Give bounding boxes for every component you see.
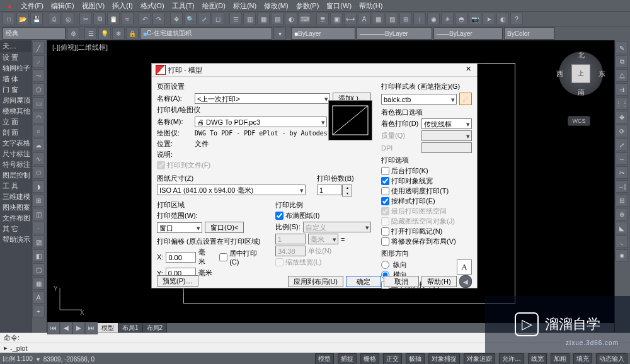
color-select[interactable]: ■ ByLayer xyxy=(291,27,355,40)
plot-option-check-0[interactable] xyxy=(381,167,389,175)
tab-next-icon[interactable]: ▶ xyxy=(72,322,85,334)
arc-icon[interactable]: ◠ xyxy=(32,111,45,123)
menu-tools[interactable]: 工具(T) xyxy=(168,0,198,11)
save-icon[interactable]: 💾 xyxy=(30,13,43,25)
help-icon[interactable]: ? xyxy=(510,13,523,25)
zoom-extents-icon[interactable]: ⤢ xyxy=(198,13,210,25)
menu-dim[interactable]: 标注(N) xyxy=(229,0,260,11)
side-item[interactable]: 尺寸标注 xyxy=(0,149,31,159)
match-icon[interactable]: ≈ xyxy=(121,13,134,25)
new-icon[interactable]: □ xyxy=(3,13,15,25)
status-scale[interactable]: 比例 1:100 xyxy=(3,355,33,363)
menu-modify[interactable]: 修改(M) xyxy=(260,0,292,11)
dim-icon[interactable]: ⟷ xyxy=(344,13,357,25)
open-icon[interactable]: 📂 xyxy=(16,13,29,25)
addsel-icon[interactable]: + xyxy=(32,305,45,317)
plot-option-7[interactable]: 将修改保存到布局(V) xyxy=(381,237,472,246)
plot-option-check-1[interactable] xyxy=(381,177,389,185)
plot-option-3[interactable]: 按样式打印(E) xyxy=(381,196,472,206)
visual-icon[interactable]: ◐ xyxy=(496,13,509,25)
plot-option-check-6[interactable] xyxy=(381,227,389,236)
center-plot-check[interactable] xyxy=(219,253,227,261)
menu-view[interactable]: 视图(V) xyxy=(78,0,109,11)
plot-option-1[interactable]: 打印对象线宽 xyxy=(381,176,472,186)
trim-icon[interactable]: ✂ xyxy=(616,166,628,179)
region-icon[interactable]: ▢ xyxy=(32,263,45,276)
styletable-select[interactable]: balck.ctb xyxy=(381,94,457,105)
undo-icon[interactable]: ↶ xyxy=(139,13,151,25)
designcenter-icon[interactable]: ▥ xyxy=(243,13,256,25)
side-item[interactable]: 帮助演示 xyxy=(0,234,31,245)
array-icon[interactable]: ⋮⋮ xyxy=(616,97,628,110)
move-icon[interactable]: ✥ xyxy=(616,111,628,123)
status-fill[interactable]: 填充 xyxy=(573,353,592,364)
side-item[interactable]: 剖 面 xyxy=(0,127,31,138)
side-item[interactable]: 楼梯其他 xyxy=(0,106,31,117)
menu-window[interactable]: 窗口(W) xyxy=(323,0,355,11)
preview-icon[interactable]: ◎ xyxy=(62,13,74,25)
menu-insert[interactable]: 插入(I) xyxy=(108,0,136,11)
layer-icon[interactable]: ≣ xyxy=(316,13,329,25)
hatch2-icon[interactable]: ▨ xyxy=(32,236,45,248)
side-item[interactable]: 设 置 xyxy=(0,52,31,63)
plot-option-check-7[interactable] xyxy=(381,237,389,246)
plotarea-window-button[interactable]: 窗口(O)< xyxy=(205,222,244,233)
side-item[interactable]: 其 它 xyxy=(0,224,31,234)
status-polar[interactable]: 极轴 xyxy=(406,353,425,364)
copy-icon[interactable]: ⧉ xyxy=(93,13,106,25)
light-icon[interactable]: ☀ xyxy=(441,13,454,25)
view-cube[interactable]: 上 北 南 东 西 xyxy=(559,52,603,96)
tab-layout1[interactable]: 布局1 xyxy=(118,323,143,333)
erase-icon[interactable]: ✎ xyxy=(616,42,628,54)
measure-icon[interactable]: ⟊ xyxy=(413,13,426,25)
printer-name-select[interactable]: 🖨 DWG To PDF.pc3 xyxy=(195,117,327,127)
lineweight-select[interactable]: —— ByLayer xyxy=(433,27,503,40)
stretch-icon[interactable]: ↔ xyxy=(616,152,628,165)
walk-icon[interactable]: ➤ xyxy=(483,13,495,25)
shade-mode-select[interactable]: 传统线框 xyxy=(421,118,472,129)
copies-spinner[interactable]: ▴▾ xyxy=(342,185,352,196)
plot-option-6[interactable]: 打开打印戳记(N) xyxy=(381,227,472,236)
tab-model[interactable]: 模型 xyxy=(98,323,118,333)
break-icon[interactable]: ⊟ xyxy=(616,194,628,207)
fit-check[interactable] xyxy=(275,212,284,220)
viewcube-south[interactable]: 南 xyxy=(578,88,585,97)
hatch-icon[interactable]: ▨ xyxy=(386,13,398,25)
side-item[interactable]: 门 窗 xyxy=(0,84,31,95)
status-ortho[interactable]: 正交 xyxy=(383,353,402,364)
paste-icon[interactable]: 📋 xyxy=(107,13,120,25)
layerprop-icon[interactable]: ☰ xyxy=(84,27,97,40)
styletable-edit-icon[interactable]: 🖊 xyxy=(459,93,472,105)
properties-icon[interactable]: ☰ xyxy=(229,13,242,25)
menu-help[interactable]: 帮助(H) xyxy=(355,0,386,11)
pagesetup-name-select[interactable]: <上一次打印> xyxy=(195,93,330,104)
plot-option-0[interactable]: 后台打印(K) xyxy=(381,166,472,176)
menu-draw[interactable]: 绘图(D) xyxy=(198,0,229,11)
linetype-select[interactable]: ———— ByLayer xyxy=(357,27,432,40)
toolpalette-icon[interactable]: ▦ xyxy=(257,13,270,25)
material-icon[interactable]: ◓ xyxy=(455,13,467,25)
status-lw[interactable]: 线宽 xyxy=(528,353,547,364)
point-icon[interactable]: · xyxy=(32,222,45,234)
layer-bulb-icon[interactable]: 💡 xyxy=(98,27,111,40)
ellipse-icon[interactable]: ⬭ xyxy=(32,166,45,179)
plotarea-what-select[interactable]: 窗口 xyxy=(157,222,202,233)
polygon-icon[interactable]: ⬠ xyxy=(32,83,45,96)
print-icon[interactable]: ⎙ xyxy=(48,13,60,25)
workspace-gear-icon[interactable]: ⚙ xyxy=(67,27,79,40)
status-otrack[interactable]: 对象追踪 xyxy=(464,353,495,364)
viewcube-west[interactable]: 西 xyxy=(556,69,563,79)
tab-last-icon[interactable]: ⏭ xyxy=(85,322,98,334)
side-item[interactable]: 文件布图 xyxy=(0,213,31,224)
side-item[interactable]: 墙 体 xyxy=(0,74,31,84)
chamfer-icon[interactable]: ◣ xyxy=(616,222,628,234)
viewcube-north[interactable]: 北 xyxy=(578,50,585,60)
rect-icon[interactable]: ▭ xyxy=(32,97,45,110)
side-item[interactable]: 立 面 xyxy=(0,117,31,127)
close-icon[interactable]: ✕ xyxy=(463,65,473,75)
join-icon[interactable]: ⊕ xyxy=(616,208,628,220)
side-item[interactable]: 轴网柱子 xyxy=(0,63,31,74)
status-snap[interactable]: 捕捉 xyxy=(338,353,357,364)
mirror-icon[interactable]: ⧋ xyxy=(616,69,628,82)
cancel-button[interactable]: 取消 xyxy=(384,276,419,287)
